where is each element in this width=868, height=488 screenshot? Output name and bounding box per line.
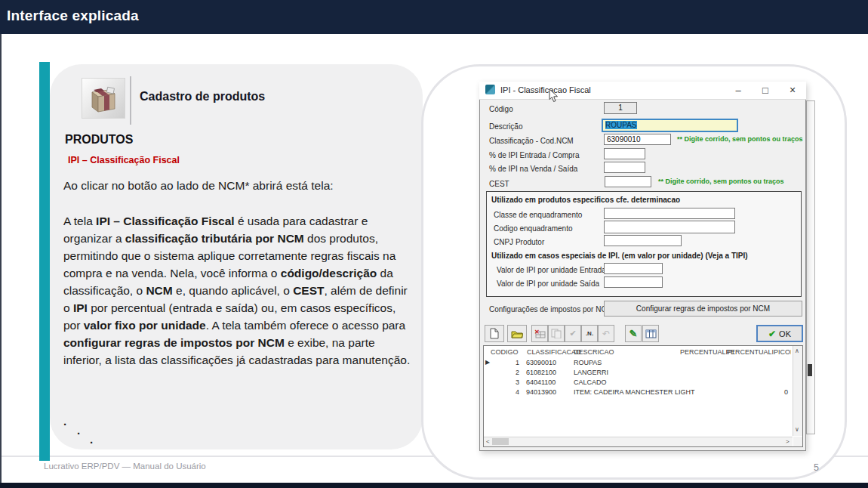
- valor-entrada-label: Valor de IPI por unidade Entrada: [497, 266, 606, 274]
- delete-button[interactable]: ✕: [531, 325, 548, 342]
- descricao-input[interactable]: ROUPAS: [602, 119, 738, 132]
- intro-text: Ao clicar no botão ao lado de NCM* abrir…: [63, 179, 418, 193]
- open-folder-icon: [511, 329, 523, 338]
- body-paragraph: A tela IPI – Classificação Fiscal é usad…: [63, 212, 412, 369]
- undo-button[interactable]: ↶: [598, 325, 614, 342]
- codigo-enq-input[interactable]: [604, 221, 735, 233]
- svg-text:✕: ✕: [534, 329, 540, 335]
- continuation-dot: .: [63, 415, 66, 428]
- section-title: PRODUTOS: [65, 133, 133, 147]
- copy-pages-icon: [551, 329, 562, 338]
- scroll-left-icon[interactable]: <: [486, 438, 490, 445]
- horizontal-scroll-thumb[interactable]: [492, 438, 509, 445]
- ncm-label: Classificação - Cod.NCM: [489, 137, 574, 145]
- product-box-icon: [82, 78, 125, 119]
- mouse-cursor-icon: [549, 88, 559, 103]
- cell-classificacao: 61082100: [526, 369, 556, 376]
- new-page-icon: [490, 328, 499, 339]
- col-header-codigo[interactable]: CODIGO: [491, 348, 519, 356]
- copy-button[interactable]: [548, 325, 565, 342]
- cell-codigo: 2: [489, 369, 519, 376]
- top-title-bar: Interface explicada: [0, 0, 868, 34]
- ok-check-icon: ✔: [768, 329, 776, 339]
- footer-text: Lucrativo ERP/PDV — Manual do Usuário: [44, 462, 206, 471]
- delete-table-icon: ✕: [534, 329, 546, 338]
- cell-classificacao: 64041100: [526, 378, 556, 386]
- ipi-saida-label: % de IPI na Venda / Saída: [489, 165, 577, 173]
- cell-classificacao: 94013900: [526, 388, 556, 396]
- background-window-edge: [806, 100, 815, 434]
- codigo-enq-label: Codigo enquadramento: [494, 224, 573, 233]
- descricao-label: Descrição: [489, 122, 522, 131]
- ipi-entrada-label: % de IPI Entrada / Compra: [489, 151, 580, 159]
- codigo-label: Código: [489, 105, 513, 113]
- continuation-dot: .: [90, 433, 93, 446]
- cnpj-label: CNPJ Produtor: [494, 238, 544, 246]
- confirm-button[interactable]: ✔: [565, 325, 581, 342]
- left-border-line: [0, 34, 2, 483]
- grid-content: CODIGO CLASSIFICACAO DESCRICAO PERCENTUA…: [484, 346, 791, 436]
- cell-descricao: CALCADO: [574, 378, 607, 386]
- valor-entrada-input[interactable]: [604, 263, 663, 274]
- continuation-dot: .: [77, 424, 80, 437]
- groupbox-header-1: Utilizado em produtos especificos cfe. d…: [491, 196, 680, 204]
- maximize-button[interactable]: □: [756, 83, 774, 97]
- header-divider: [130, 76, 131, 125]
- bottom-bar: [0, 483, 868, 488]
- codigo-input[interactable]: 1: [604, 102, 637, 114]
- cell-codigo: 4: [489, 388, 519, 396]
- manual-page: Interface explicada Lucrativo ERP/PDV — …: [0, 0, 868, 488]
- scroll-right-icon[interactable]: >: [786, 438, 790, 445]
- page-number: 5: [814, 462, 819, 473]
- cell-descricao: LANGERRI: [574, 369, 608, 376]
- open-button[interactable]: [507, 325, 527, 342]
- ipi-saida-input[interactable]: [604, 162, 645, 173]
- ok-button[interactable]: ✔ OK: [756, 325, 803, 342]
- dialog-title: IPI - Classificacao Fiscal: [500, 85, 591, 94]
- scroll-up-icon[interactable]: ∧: [795, 347, 799, 354]
- valor-saida-input[interactable]: [604, 276, 663, 288]
- page-title: Interface explicada: [7, 8, 139, 24]
- minimize-button[interactable]: –: [729, 83, 747, 97]
- package-icon: [86, 82, 121, 115]
- grid-view-button[interactable]: [642, 325, 659, 342]
- col-header-descricao[interactable]: DESCRICAO: [574, 348, 614, 356]
- cell-extra: 0: [784, 388, 788, 396]
- col-header-percentualipicompra[interactable]: PERCENTUALIPICOMPRA: [726, 348, 791, 356]
- new-record-button[interactable]: [485, 325, 504, 342]
- grid-table-icon: [645, 329, 657, 338]
- cest-hint: ** Digite corrido, sem pontos ou traços: [658, 178, 784, 185]
- selected-text: ROUPAS: [605, 121, 637, 129]
- ncm-input[interactable]: 63090010: [604, 134, 671, 145]
- subsection-title: IPI – Classificação Fiscal: [68, 155, 180, 165]
- ipi-entrada-input[interactable]: [604, 148, 645, 159]
- n-button[interactable]: .N.: [581, 325, 598, 342]
- edit-pen-button[interactable]: ✎: [625, 325, 642, 342]
- config-label: Configurações de impostos por NCM: [489, 305, 613, 313]
- ok-label: OK: [779, 329, 791, 338]
- cell-classificacao: 63090010: [526, 359, 556, 366]
- valor-saida-label: Valor de IPI por unidade Saída: [497, 280, 599, 288]
- resize-grip[interactable]: [793, 437, 802, 446]
- app-icon: [485, 85, 495, 94]
- card-header-title: Cadastro de produtos: [140, 90, 265, 103]
- horizontal-scrollbar[interactable]: [484, 437, 793, 446]
- scroll-down-icon[interactable]: ∨: [795, 426, 799, 433]
- cest-input[interactable]: [605, 176, 651, 187]
- background-scrollbar-thumb: [808, 364, 812, 376]
- classe-input[interactable]: [604, 208, 735, 219]
- cell-descricao: ITEM: CADEIRA MANCHESTER LIGHT: [574, 388, 695, 396]
- close-button[interactable]: ×: [783, 83, 802, 97]
- ncm-hint: ** Digite corrido, sem pontos ou traços: [677, 135, 803, 143]
- cell-codigo: 3: [489, 378, 519, 386]
- cell-descricao: ROUPAS: [574, 359, 602, 366]
- cnpj-input[interactable]: [604, 235, 682, 246]
- groupbox-header-2: Utilizado em casos especiais de IPI. (em…: [491, 252, 748, 260]
- vertical-scrollbar[interactable]: [793, 346, 802, 436]
- configurar-regras-button[interactable]: Configurar regras de impostos por NCM: [604, 301, 802, 317]
- cest-label: CEST: [489, 180, 509, 188]
- teal-accent-bar: [39, 62, 50, 461]
- cell-codigo: 1: [489, 359, 519, 366]
- classe-label: Classe de enquadramento: [494, 211, 582, 219]
